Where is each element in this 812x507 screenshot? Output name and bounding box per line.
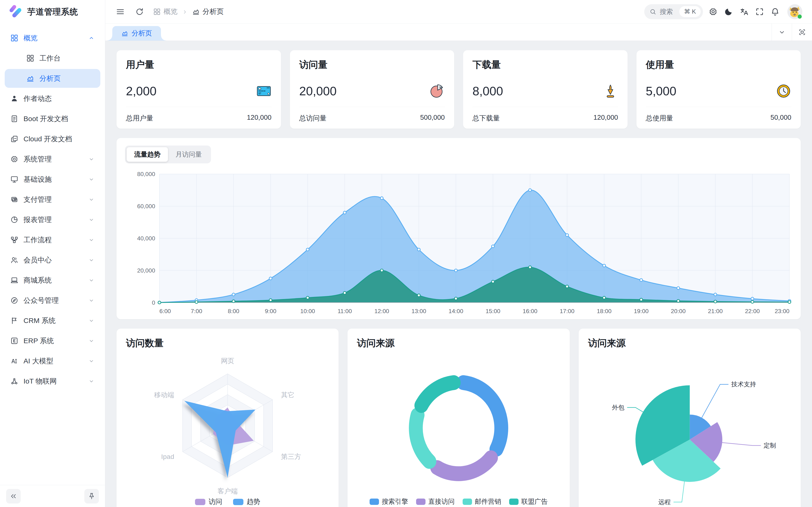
sidebar-item-基础设施[interactable]: 基础设施 bbox=[5, 170, 100, 189]
sidebar-item-分析页[interactable]: 分析页 bbox=[5, 69, 100, 88]
legend-label: 联盟广告 bbox=[521, 497, 548, 506]
gear-button[interactable] bbox=[705, 4, 721, 19]
sidebar-footer bbox=[0, 485, 105, 507]
tab-list-dropdown-button[interactable] bbox=[772, 23, 792, 41]
visit-source-donut-chart bbox=[357, 352, 560, 497]
svg-text:13:00: 13:00 bbox=[411, 308, 426, 314]
tab-analysis-label: 分析页 bbox=[132, 29, 152, 38]
svg-text:0: 0 bbox=[152, 299, 155, 306]
fullscreen-button[interactable] bbox=[752, 4, 767, 19]
app-title: 芋道管理系统 bbox=[27, 6, 78, 17]
sidebar-item-作者动态[interactable]: 作者动态 bbox=[5, 89, 100, 108]
sidebar-item-label: 分析页 bbox=[40, 74, 61, 83]
trend-tab-流量趋势[interactable]: 流量趋势 bbox=[126, 147, 168, 162]
legend-item-邮件营销[interactable]: 邮件营销 bbox=[463, 497, 501, 506]
legend-swatch bbox=[416, 499, 425, 505]
translate-icon bbox=[740, 7, 749, 16]
refresh-button[interactable] bbox=[134, 6, 145, 17]
trend-tab-月访问量[interactable]: 月访问量 bbox=[168, 147, 209, 162]
monitor-icon bbox=[10, 175, 18, 183]
sidebar-item-工作流程[interactable]: 工作流程 bbox=[5, 230, 100, 249]
search-input[interactable]: 搜索 ⌘ K bbox=[644, 4, 703, 19]
chart-icon bbox=[192, 8, 200, 15]
svg-text:Ipad: Ipad bbox=[161, 453, 174, 460]
clock-icon bbox=[776, 83, 791, 99]
svg-text:19:00: 19:00 bbox=[634, 308, 649, 314]
grid-icon bbox=[26, 54, 34, 62]
app-logo-icon bbox=[8, 4, 22, 19]
breadcrumb-label: 概览 bbox=[163, 7, 177, 16]
chevron-right-icon bbox=[182, 9, 188, 15]
search-icon bbox=[649, 8, 656, 15]
sidebar-item-label: 报表管理 bbox=[23, 215, 52, 225]
sidebar-item-ai-大模型[interactable]: AI 大模型 bbox=[5, 352, 100, 371]
chevron-up-icon bbox=[88, 35, 95, 41]
trend-tabs: 流量趋势月访问量 bbox=[125, 146, 211, 163]
sidebar-item-支付管理[interactable]: 支付管理 bbox=[5, 190, 100, 209]
radar-legend: 访问趋势 bbox=[126, 497, 329, 507]
breadcrumb-label: 分析页 bbox=[203, 7, 224, 16]
breadcrumb-item[interactable]: 分析页 bbox=[192, 7, 224, 16]
wallet-icon bbox=[10, 195, 18, 204]
legend-item-趋势[interactable]: 趋势 bbox=[233, 497, 260, 507]
sidebar-item-系统管理[interactable]: 系统管理 bbox=[5, 150, 100, 169]
sidebar-item-概览[interactable]: 概览 bbox=[5, 29, 100, 47]
erp-icon bbox=[10, 337, 18, 345]
sidebar-item-会员中心[interactable]: 会员中心 bbox=[5, 251, 100, 270]
svg-text:12:00: 12:00 bbox=[374, 308, 389, 314]
legend-label: 搜索引擎 bbox=[382, 497, 408, 506]
stat-footer-label: 总访问量 bbox=[299, 114, 326, 123]
breadcrumb-separator bbox=[182, 9, 188, 15]
person-icon bbox=[10, 95, 18, 103]
chevron-down-icon bbox=[88, 257, 95, 263]
legend-item-联盟广告[interactable]: 联盟广告 bbox=[509, 497, 548, 506]
sidebar-item-erp-系统[interactable]: ERP 系统 bbox=[5, 331, 100, 350]
pie-label-外包: 外包 bbox=[612, 404, 624, 411]
moon-button[interactable] bbox=[721, 4, 737, 19]
menu-toggle-button[interactable] bbox=[115, 6, 126, 17]
sidebar-item-cloud-开发文档[interactable]: Cloud 开发文档 bbox=[5, 129, 100, 148]
sidebar-item-label: AI 大模型 bbox=[23, 356, 53, 366]
sidebar-item-公众号管理[interactable]: 公众号管理 bbox=[5, 291, 100, 310]
app-logo-home-link[interactable]: 芋道管理系统 bbox=[0, 0, 105, 23]
svg-text:移动端: 移动端 bbox=[154, 391, 174, 399]
svg-text:9:00: 9:00 bbox=[265, 308, 276, 314]
sidebar-item-工作台[interactable]: 工作台 bbox=[5, 49, 100, 68]
visit-source-rose-card: 访问来源 技术支持定制远程外包 bbox=[579, 329, 801, 507]
sidebar-pin-button[interactable] bbox=[84, 489, 99, 504]
visit-source-donut-card: 访问来源 搜索引擎直接访问邮件营销联盟广告 bbox=[348, 329, 569, 507]
sidebar-collapse-button[interactable] bbox=[6, 489, 21, 504]
file-icon bbox=[10, 115, 18, 123]
content-maximize-button[interactable] bbox=[792, 23, 812, 41]
sidebar-item-label: ERP 系统 bbox=[23, 336, 54, 346]
stat-card-用户量: 用户量2,000总用户量120,000 bbox=[116, 50, 281, 129]
sidebar-item-商城系统[interactable]: 商城系统 bbox=[5, 271, 100, 290]
chevron-down-icon bbox=[88, 297, 95, 304]
pie-label-定制: 定制 bbox=[764, 442, 776, 449]
sidebar-item-报表管理[interactable]: 报表管理 bbox=[5, 210, 100, 229]
sidebar-item-label: 工作流程 bbox=[23, 235, 52, 245]
svg-text:客户端: 客户端 bbox=[217, 487, 238, 495]
svg-text:23:00: 23:00 bbox=[775, 308, 790, 314]
tab-analysis[interactable]: 分析页 bbox=[112, 26, 161, 41]
fullscreen-icon bbox=[755, 7, 764, 16]
sidebar-item-boot-开发文档[interactable]: Boot 开发文档 bbox=[5, 109, 100, 128]
legend-item-访问[interactable]: 访问 bbox=[195, 497, 222, 507]
search-placeholder: 搜索 bbox=[660, 7, 676, 16]
svg-text:其它: 其它 bbox=[281, 391, 294, 399]
stat-footer-label: 总使用量 bbox=[646, 114, 673, 123]
user-avatar[interactable] bbox=[787, 4, 803, 19]
bell-button[interactable] bbox=[767, 4, 783, 19]
translate-button[interactable] bbox=[737, 4, 752, 19]
svg-text:20:00: 20:00 bbox=[671, 308, 686, 314]
sidebar-item-iot-物联网[interactable]: IoT 物联网 bbox=[5, 372, 100, 391]
stat-footer-label: 总下载量 bbox=[472, 114, 500, 123]
svg-text:18:00: 18:00 bbox=[597, 308, 612, 314]
stat-title: 用户量 bbox=[126, 58, 271, 71]
legend-item-直接访问[interactable]: 直接访问 bbox=[416, 497, 455, 506]
sidebar-item-label: 作者动态 bbox=[23, 94, 52, 104]
legend-item-搜索引擎[interactable]: 搜索引擎 bbox=[369, 497, 408, 506]
breadcrumb-item[interactable]: 概览 bbox=[153, 7, 177, 16]
chart-icon bbox=[26, 74, 34, 82]
sidebar-item-crm-系统[interactable]: CRM 系统 bbox=[5, 311, 100, 330]
